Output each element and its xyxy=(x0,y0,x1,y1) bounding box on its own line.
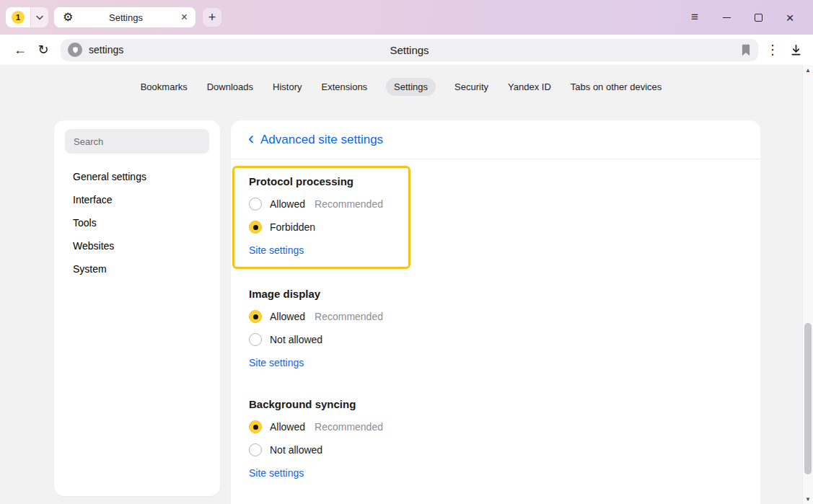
section-background-syncing: Background syncing Allowed Recommended N… xyxy=(249,398,743,479)
main-body: Protocol processing Allowed Recommended … xyxy=(231,159,760,479)
sidebar-item-system[interactable]: System xyxy=(73,257,209,280)
section-title: Protocol processing xyxy=(249,175,394,187)
sidebar-item-interface[interactable]: Interface xyxy=(73,188,209,211)
maximize-icon xyxy=(755,14,763,22)
radio-label: Allowed xyxy=(270,311,305,322)
radio-label: Not allowed xyxy=(270,444,322,456)
bookmark-button[interactable] xyxy=(741,44,751,56)
page-title: Settings xyxy=(61,44,758,56)
url-text: settings xyxy=(89,44,123,56)
hamburger-icon: ≡ xyxy=(691,10,698,25)
browser-window: 1 ⚙ Settings × + ≡ xyxy=(0,0,813,504)
bookmark-flag-icon xyxy=(741,44,751,56)
chevron-down-icon xyxy=(36,15,43,20)
nav-item-tabs-other-devices[interactable]: Tabs on other devices xyxy=(570,78,662,96)
more-button[interactable]: ⋮ xyxy=(761,39,784,61)
gear-icon: ⚙ xyxy=(63,12,73,23)
tab-counter-button[interactable]: 1 xyxy=(6,7,30,27)
nav-item-security[interactable]: Security xyxy=(454,78,489,96)
nav-item-extensions[interactable]: Extensions xyxy=(321,78,369,96)
radio-label: Not allowed xyxy=(270,334,322,345)
scroll-down-button[interactable]: ▼ xyxy=(803,494,813,504)
radio-note: Recommended xyxy=(315,198,383,210)
radio-option-forbidden[interactable]: Forbidden xyxy=(249,216,394,239)
cards-row: General settings Interface Tools Website… xyxy=(54,120,760,504)
scroll-up-button[interactable]: ▲ xyxy=(803,65,813,75)
main-header: ‹ Advanced site settings xyxy=(231,120,760,159)
radio-label: Allowed xyxy=(270,198,305,210)
browser-toolbar: ← ↻ settings Settings ⋮ xyxy=(0,35,813,65)
reload-button[interactable]: ↻ xyxy=(32,39,55,61)
sidebar-item-websites[interactable]: Websites xyxy=(73,234,209,257)
nav-item-bookmarks[interactable]: Bookmarks xyxy=(140,78,188,96)
section-protocol-processing: Protocol processing Allowed Recommended … xyxy=(232,166,410,269)
tab-list-dropdown[interactable] xyxy=(31,7,48,27)
new-tab-button[interactable]: + xyxy=(203,8,221,27)
shield-icon xyxy=(71,46,79,54)
radio-button[interactable] xyxy=(249,443,262,456)
advanced-site-settings-title: Advanced site settings xyxy=(260,133,383,147)
settings-top-nav: Bookmarks Downloads History Extensions S… xyxy=(0,65,802,97)
menu-button[interactable]: ≡ xyxy=(679,6,711,28)
tab-strip: 1 ⚙ Settings × + xyxy=(6,7,221,27)
radio-option-allowed[interactable]: Allowed Recommended xyxy=(249,193,394,216)
radio-option-allowed[interactable]: Allowed Recommended xyxy=(249,305,743,328)
section-title: Image display xyxy=(249,288,743,300)
radio-label: Allowed xyxy=(270,421,305,433)
radio-button[interactable] xyxy=(249,198,262,211)
address-bar[interactable]: settings Settings xyxy=(61,39,758,61)
back-button[interactable]: ← xyxy=(9,39,32,61)
download-icon xyxy=(789,43,803,57)
radio-button[interactable] xyxy=(249,310,262,323)
search-input[interactable] xyxy=(65,129,209,154)
minimize-button[interactable] xyxy=(711,6,742,28)
site-info-badge[interactable] xyxy=(68,43,82,57)
close-button[interactable]: × xyxy=(774,6,806,28)
tab-title: Settings xyxy=(73,12,178,23)
reload-icon: ↻ xyxy=(38,42,48,58)
chevron-left-icon: ‹ xyxy=(248,130,254,149)
settings-main-panel: ‹ Advanced site settings Protocol proces… xyxy=(231,120,760,504)
tab-settings[interactable]: ⚙ Settings × xyxy=(54,7,195,27)
site-settings-link[interactable]: Site settings xyxy=(249,244,304,256)
vertical-scrollbar[interactable]: ▲ ▼ xyxy=(802,65,813,504)
radio-option-not-allowed[interactable]: Not allowed xyxy=(249,438,743,461)
radio-button[interactable] xyxy=(249,333,262,346)
maximize-button[interactable] xyxy=(742,6,774,28)
radio-label: Forbidden xyxy=(270,221,315,233)
section-title: Background syncing xyxy=(249,398,743,410)
radio-note: Recommended xyxy=(315,311,383,322)
nav-item-history[interactable]: History xyxy=(272,78,302,96)
scroll-thumb[interactable] xyxy=(804,323,812,474)
nav-item-yandex-id[interactable]: Yandex ID xyxy=(507,78,552,96)
settings-sidebar: General settings Interface Tools Website… xyxy=(54,120,220,496)
tab-close-icon[interactable]: × xyxy=(179,12,190,23)
settings-page: Bookmarks Downloads History Extensions S… xyxy=(0,65,813,504)
back-arrow-icon: ← xyxy=(14,43,27,58)
titlebar: 1 ⚙ Settings × + ≡ xyxy=(0,0,813,35)
site-settings-link[interactable]: Site settings xyxy=(249,357,304,368)
vertical-dots-icon: ⋮ xyxy=(766,42,779,58)
plus-icon: + xyxy=(208,10,216,25)
nav-item-settings[interactable]: Settings xyxy=(386,78,436,96)
section-image-display: Image display Allowed Recommended Not al… xyxy=(249,288,743,369)
site-settings-link[interactable]: Site settings xyxy=(249,467,304,479)
close-icon: × xyxy=(786,11,794,25)
radio-option-not-allowed[interactable]: Not allowed xyxy=(249,328,743,351)
radio-button[interactable] xyxy=(249,221,262,234)
advanced-settings-back-link[interactable]: ‹ Advanced site settings xyxy=(248,130,383,149)
nav-item-downloads[interactable]: Downloads xyxy=(206,78,254,96)
radio-note: Recommended xyxy=(315,421,383,433)
tab-count-badge: 1 xyxy=(12,11,25,24)
download-button[interactable] xyxy=(784,39,807,61)
radio-option-allowed[interactable]: Allowed Recommended xyxy=(249,415,743,438)
minimize-icon xyxy=(723,17,731,18)
sidebar-item-tools[interactable]: Tools xyxy=(73,211,209,234)
window-controls: ≡ × xyxy=(679,6,806,28)
sidebar-items: General settings Interface Tools Website… xyxy=(65,165,209,280)
radio-button[interactable] xyxy=(249,420,262,433)
sidebar-item-general-settings[interactable]: General settings xyxy=(73,165,209,188)
